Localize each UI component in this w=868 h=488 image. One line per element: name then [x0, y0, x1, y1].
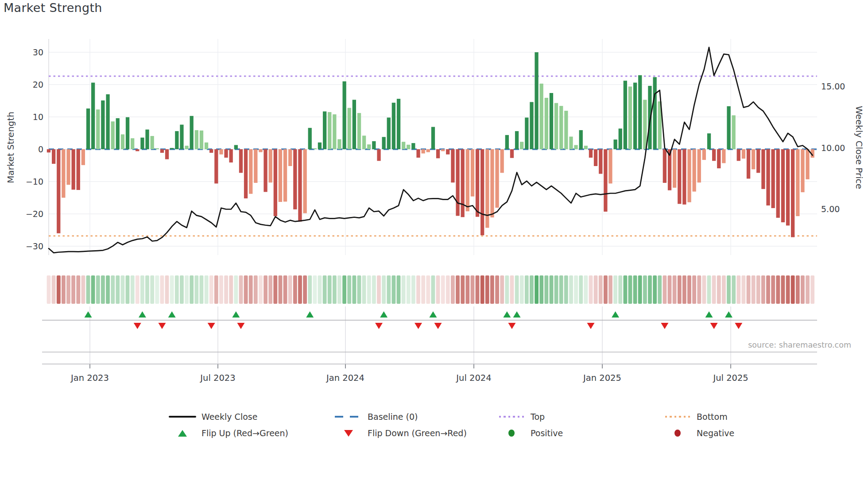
- strength-bar: [308, 128, 312, 149]
- legend-item-top: Top: [498, 411, 545, 422]
- x-tick: Jul 2025: [712, 373, 748, 383]
- strength-bar: [416, 149, 420, 158]
- heatmap-cell: [426, 275, 430, 304]
- heatmap-cell: [550, 275, 554, 304]
- baseline-dash-icon: [335, 413, 362, 421]
- heatmap-cell: [589, 275, 593, 304]
- heatmap-cell: [254, 275, 258, 304]
- strength-heatmap: [47, 275, 815, 304]
- strength-bar: [283, 149, 287, 201]
- flip-up-marker: [168, 311, 176, 318]
- heatmap-cell: [697, 275, 701, 304]
- strength-bar: [362, 136, 366, 149]
- heatmap-cell: [283, 275, 287, 304]
- heatmap-cell: [392, 275, 396, 304]
- heatmap-cell: [209, 275, 213, 304]
- legend-item-weekly-close: Weekly Close: [169, 411, 257, 422]
- heatmap-cell: [416, 275, 420, 304]
- x-tick: Jan 2024: [326, 373, 364, 383]
- heatmap-cell: [500, 275, 504, 304]
- heatmap-cell: [106, 275, 110, 304]
- strength-bar: [510, 149, 514, 158]
- flip-down-marker: [508, 323, 515, 329]
- strength-bar: [279, 149, 282, 202]
- strength-bar: [323, 112, 326, 149]
- heatmap-cell: [328, 275, 332, 304]
- strength-bar: [229, 149, 233, 163]
- heatmap-cell: [712, 275, 716, 304]
- strength-bar: [451, 149, 454, 182]
- heatmap-cell: [604, 275, 608, 304]
- strength-bar: [584, 146, 588, 149]
- heatmap-cell: [402, 275, 406, 304]
- strength-bar: [559, 106, 563, 149]
- strength-bar: [101, 101, 105, 149]
- flip-down-marker: [375, 323, 383, 329]
- heatmap-cell: [353, 275, 356, 304]
- strength-bar: [353, 100, 356, 149]
- legend-item-negative: Negative: [664, 428, 734, 438]
- flip-up-marker: [612, 311, 619, 318]
- legend-item-positive: Positive: [498, 428, 563, 438]
- heatmap-cell: [535, 275, 539, 304]
- heatmap-cell: [668, 275, 672, 304]
- strength-bar: [382, 137, 386, 149]
- flip-down-marker: [237, 323, 244, 329]
- strength-bar: [436, 149, 440, 158]
- strength-bar: [205, 143, 208, 149]
- strength-bar: [480, 149, 484, 235]
- x-tick: Jan 2025: [582, 373, 621, 383]
- flip-up-marker: [85, 311, 92, 318]
- strength-bar: [776, 149, 780, 218]
- heatmap-cell: [170, 275, 174, 304]
- heatmap-cell: [264, 275, 267, 304]
- strength-bar: [209, 149, 213, 153]
- strength-bar: [81, 149, 85, 165]
- strength-bar: [121, 134, 124, 149]
- heatmap-cell: [205, 275, 209, 304]
- strength-bar: [752, 149, 755, 169]
- heatmap-cell: [505, 275, 509, 304]
- strength-bar: [136, 149, 139, 151]
- strength-bar: [485, 149, 489, 228]
- heatmap-cell: [564, 275, 568, 304]
- heatmap-cell: [736, 275, 740, 304]
- heatmap-cell: [347, 275, 351, 304]
- strength-bar: [505, 135, 509, 149]
- heatmap-cell: [810, 275, 814, 304]
- heatmap-cell: [436, 275, 440, 304]
- heatmap-cell: [476, 275, 480, 304]
- y-left-tick: 0: [38, 144, 43, 154]
- heatmap-cell: [333, 275, 337, 304]
- heatmap-cell: [140, 275, 144, 304]
- legend-label: Weekly Close: [202, 412, 257, 422]
- heatmap-cell: [145, 275, 149, 304]
- heatmap-cell: [490, 275, 494, 304]
- top-dots-icon: [498, 413, 525, 421]
- gridlines: [49, 39, 817, 368]
- strength-bar: [407, 145, 410, 149]
- strength-bar: [337, 139, 341, 149]
- heatmap-cell: [678, 275, 682, 304]
- heatmap-cell: [318, 275, 322, 304]
- strength-bar: [274, 149, 277, 216]
- heatmap-cell: [150, 275, 154, 304]
- strength-bar: [648, 86, 651, 149]
- strength-bar: [441, 149, 445, 151]
- legend-label: Top: [531, 412, 545, 422]
- strength-bar: [387, 118, 391, 150]
- heatmap-cell: [441, 275, 445, 304]
- flip-up-marker: [380, 311, 388, 318]
- y-left-tick: −20: [26, 209, 43, 219]
- strength-bar: [693, 149, 696, 192]
- heatmap-cell: [613, 275, 617, 304]
- strength-bar: [796, 149, 799, 216]
- strength-bar: [422, 149, 425, 154]
- heatmap-cell: [771, 275, 775, 304]
- y-left-tick: −30: [26, 241, 43, 251]
- flip-up-marker: [429, 311, 437, 318]
- strength-bar: [214, 149, 218, 183]
- flip-up-marker: [503, 311, 511, 318]
- strength-bar: [343, 81, 346, 149]
- heatmap-cell: [293, 275, 297, 304]
